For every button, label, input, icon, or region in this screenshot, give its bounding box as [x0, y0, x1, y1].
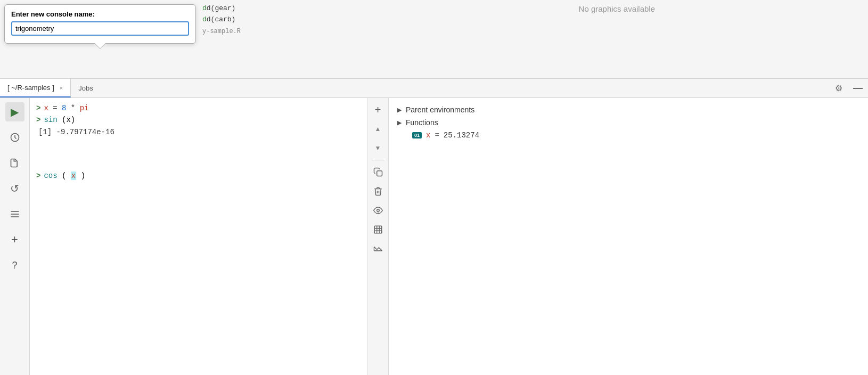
console-line-4: > cos ( x ) — [36, 170, 361, 182]
chart-button[interactable] — [370, 240, 387, 257]
run-icon[interactable]: ▶ — [5, 102, 24, 121]
code-x-assign: x = 8 * pi — [44, 102, 88, 114]
cos-arg-x: x — [71, 172, 76, 180]
parent-label: Parent environments — [406, 105, 474, 114]
files-icon[interactable] — [5, 153, 24, 173]
tab-console-close[interactable]: × — [60, 85, 63, 91]
console-spacer — [36, 138, 361, 170]
sidebar-icons: ▶ ↺ + ? — [0, 98, 30, 375]
console-toolbar: + ▲ ▼ — [367, 98, 389, 375]
view-button[interactable] — [370, 202, 387, 219]
var-equals: = — [435, 131, 439, 140]
tab-bar: [ ~/R-samples ] × Jobs ⚙ — — [0, 79, 868, 98]
scroll-down-button[interactable]: ▼ — [370, 140, 387, 157]
toolbar-sep-1 — [372, 160, 384, 160]
sin-arg: (x) — [62, 116, 75, 124]
env-var-x-row[interactable]: 01 x = 25.13274 — [397, 129, 859, 142]
prompt-2: > — [36, 114, 40, 126]
console-line-3: [1] -9.797174e-16 — [36, 126, 361, 138]
popup-label: Enter new console name: — [11, 10, 189, 18]
top-code-snippets: dd(gear) dd(carb) y-sample.R — [202, 4, 241, 35]
tab-spacer — [101, 79, 830, 97]
console-line-2: > sin (x) — [36, 114, 361, 126]
tab-gear-button[interactable]: ⚙ — [830, 79, 848, 97]
add-console-button[interactable]: + — [370, 101, 387, 118]
svg-point-5 — [376, 209, 379, 212]
console-line-1: > x = 8 * pi — [36, 102, 361, 114]
tab-minimize-button[interactable]: — — [848, 79, 868, 97]
history-icon[interactable] — [5, 128, 24, 147]
var-badge: 01 — [412, 132, 422, 138]
prompt-4: > — [36, 170, 40, 182]
list-icon[interactable] — [5, 205, 24, 224]
svg-rect-4 — [376, 171, 382, 176]
copy-button[interactable] — [370, 164, 387, 181]
scroll-up-button[interactable]: ▲ — [370, 120, 387, 137]
console-name-popup: Enter new console name: — [4, 4, 196, 44]
table-button[interactable] — [370, 221, 387, 238]
svg-rect-7 — [374, 226, 382, 233]
tab-console[interactable]: [ ~/R-samples ] × — [0, 79, 71, 97]
env-functions-row[interactable]: ▶ Functions — [397, 116, 859, 129]
refresh-icon[interactable]: ↺ — [5, 179, 24, 198]
file-label: y-sample.R — [202, 28, 241, 35]
env-panel: ▶ Parent environments ▶ Functions 01 x =… — [389, 98, 868, 375]
console-name-input[interactable] — [11, 21, 189, 36]
main-layout: ▶ ↺ + ? > x — [0, 98, 868, 375]
add-icon[interactable]: + — [5, 230, 24, 249]
tab-jobs-label: Jobs — [78, 84, 93, 92]
tab-console-label: [ ~/R-samples ] — [7, 84, 54, 92]
functions-label: Functions — [406, 118, 438, 127]
functions-chevron: ▶ — [397, 119, 402, 126]
cos-fn: cos — [44, 172, 57, 180]
top-code-line1: dd(gear) — [202, 4, 241, 12]
tab-jobs[interactable]: Jobs — [71, 79, 100, 97]
parent-chevron: ▶ — [397, 107, 402, 113]
env-tree: ▶ Parent environments ▶ Functions 01 x =… — [389, 98, 868, 375]
env-parent-row[interactable]: ▶ Parent environments — [397, 103, 859, 116]
output-sin: [1] -9.797174e-16 — [36, 126, 114, 138]
console-area[interactable]: > x = 8 * pi > sin (x) [1] -9.797174e-16 — [30, 98, 367, 375]
top-area: Enter new console name: dd(gear) dd(carb… — [0, 0, 868, 79]
delete-button[interactable] — [370, 183, 387, 200]
prompt-1: > — [36, 102, 40, 114]
top-code-line2: dd(carb) — [202, 15, 241, 23]
help-icon[interactable]: ? — [5, 256, 24, 275]
sin-fn: sin — [44, 116, 57, 124]
var-x-value: 25.13274 — [444, 131, 479, 140]
var-x-name: x — [426, 131, 430, 140]
no-graphics-label: No graphics available — [579, 4, 655, 13]
